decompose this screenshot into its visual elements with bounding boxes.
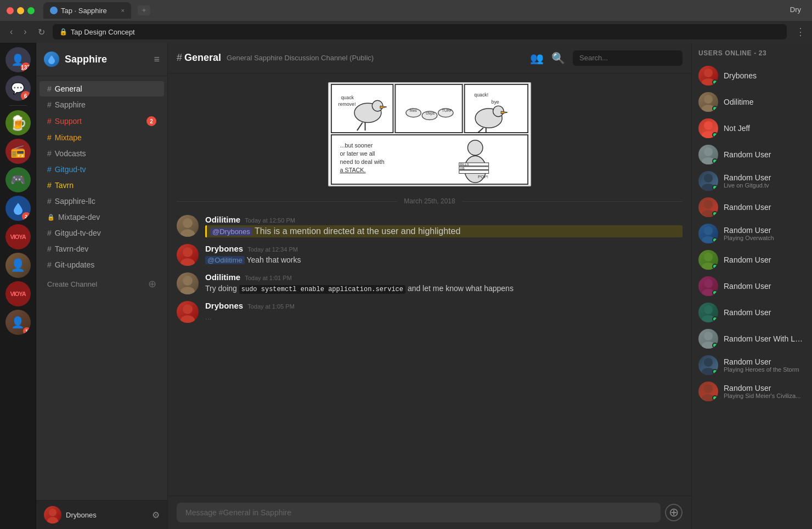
- channel-item-git-updates[interactable]: # Git-updates: [40, 257, 164, 272]
- url-bar[interactable]: 🔒 Tap Design Concept: [53, 24, 787, 39]
- user-name: Random User: [724, 255, 805, 264]
- hash-icon: #: [47, 244, 52, 253]
- user-name: Random User: [724, 173, 805, 182]
- members-icon[interactable]: 👥: [530, 52, 544, 65]
- user-item[interactable]: Random User: [692, 247, 812, 273]
- online-dot: [712, 316, 718, 322]
- message-header: Odilitime Today at 12:50 PM: [205, 215, 683, 224]
- user-item[interactable]: Random User Playing Overwatch: [692, 220, 812, 247]
- chat-header: # General General Sapphire Discussion Ch…: [168, 43, 691, 73]
- minimize-button[interactable]: [17, 7, 24, 14]
- user-item[interactable]: Drybones: [692, 62, 812, 89]
- sidebar-title: Sapphire: [65, 54, 107, 65]
- svg-text:bye: bye: [492, 99, 499, 105]
- channel-sidebar: Sapphire ≡ # General # Sapphire # Suppor…: [36, 43, 168, 529]
- message-text: ...: [205, 311, 683, 323]
- user-avatar: [698, 197, 718, 217]
- user-item[interactable]: Random User Playing Heroes of the Storm: [692, 352, 812, 378]
- user-item[interactable]: Random User: [692, 299, 812, 326]
- channel-list: # General # Sapphire # Support 2 # Mixta…: [36, 76, 167, 500]
- user-avatar: [698, 92, 718, 112]
- reload-button[interactable]: ↻: [35, 26, 48, 38]
- user-item[interactable]: Random User With Lo...: [692, 326, 812, 352]
- user-item[interactable]: Random User: [692, 194, 812, 220]
- svg-text:or later we all: or later we all: [340, 150, 375, 157]
- message-text: @Odilitime Yeah that works: [205, 254, 683, 266]
- channel-name: Git-updates: [55, 260, 94, 269]
- tab-close-button[interactable]: ×: [121, 7, 125, 14]
- create-channel-button[interactable]: Create Channel ⊕: [40, 274, 164, 294]
- new-tab-button[interactable]: +: [138, 5, 150, 15]
- chat-input[interactable]: [177, 503, 661, 522]
- user-item[interactable]: Random User Live on Gitgud.tv: [692, 168, 812, 194]
- forward-button[interactable]: ›: [20, 26, 30, 38]
- channel-item-sapphire[interactable]: # Sapphire: [40, 97, 164, 112]
- hash-icon: #: [47, 197, 52, 206]
- server-icon-person[interactable]: 👤: [5, 253, 31, 278]
- channel-item-support[interactable]: # Support 2: [40, 113, 164, 129]
- server-icon-game[interactable]: 🎮: [5, 167, 31, 192]
- user-item[interactable]: Odilitime: [692, 89, 812, 115]
- user-item[interactable]: Random User: [692, 273, 812, 299]
- hash-icon: #: [47, 117, 52, 126]
- user-item[interactable]: Random User: [692, 141, 812, 168]
- channel-item-sapphire-llc[interactable]: # Sapphire-llc: [40, 194, 164, 209]
- user-info: Random User: [724, 203, 805, 212]
- svg-point-45: [704, 69, 713, 77]
- message-username: Drybones: [205, 301, 243, 310]
- svg-text:BILLS: BILLS: [460, 163, 469, 166]
- user-avatar: [698, 224, 718, 243]
- server-icon-user[interactable]: 👤 137: [5, 47, 31, 72]
- svg-point-57: [704, 226, 713, 235]
- user-item[interactable]: Not Jeff: [692, 115, 812, 141]
- message-body: Yeah that works: [246, 255, 301, 264]
- hash-icon: #: [47, 181, 52, 190]
- user-item[interactable]: Random User Playing Sid Meier's Civiliza…: [692, 378, 812, 405]
- create-channel-label: Create Channel: [47, 280, 97, 288]
- user-status: Playing Overwatch: [724, 235, 805, 241]
- channel-item-mixtape[interactable]: # Mixtape: [40, 130, 164, 145]
- user-info: Random User: [724, 255, 805, 264]
- channel-item-general[interactable]: # General: [40, 81, 164, 96]
- settings-icon[interactable]: ⚙: [152, 510, 160, 520]
- message-time: Today at 12:50 PM: [245, 217, 295, 224]
- server-icon-beer[interactable]: 🍺: [5, 110, 31, 135]
- server-icon-vioya[interactable]: VIOYA: [5, 224, 31, 249]
- channel-item-tavrn-dev[interactable]: # Tavrn-dev: [40, 241, 164, 257]
- server-icon-chat[interactable]: 💬 6: [5, 76, 31, 101]
- search-input[interactable]: [573, 50, 683, 66]
- close-button[interactable]: [7, 7, 14, 14]
- channel-item-tavrn[interactable]: # Tavrn: [40, 178, 164, 193]
- server-icon-radio[interactable]: 📻: [5, 139, 31, 164]
- svg-point-42: [181, 287, 195, 294]
- message-content: Drybones Today at 1:05 PM ...: [205, 301, 683, 323]
- add-content-button[interactable]: ⊕: [665, 504, 683, 521]
- browser-menu-button[interactable]: ⋮: [796, 26, 805, 38]
- chat-header-icons: 👥 🔍: [530, 50, 683, 66]
- channel-item-mixtape-dev[interactable]: 🔒 Mixtape-dev: [40, 209, 164, 225]
- user-info: Odilitime: [724, 98, 805, 106]
- channel-item-vodcasts[interactable]: # Vodcasts: [40, 146, 164, 161]
- browser-tab[interactable]: Tap · Sapphire ×: [43, 2, 131, 19]
- user-name: Random User: [724, 384, 805, 393]
- server-icon-person2[interactable]: 👤 1: [5, 310, 31, 335]
- server-icon-sapphire[interactable]: 2: [5, 196, 31, 221]
- search-header-icon[interactable]: 🔍: [551, 52, 565, 65]
- user-name: Random User: [724, 357, 805, 366]
- channel-item-gitgud-tv[interactable]: # Gitgud-tv: [40, 162, 164, 177]
- app-container: 👤 137 💬 6 🍺 📻 🎮 2 VIOYA 👤 VIOYA 👤: [0, 43, 812, 529]
- sidebar-menu-button[interactable]: ≡: [154, 54, 160, 65]
- back-button[interactable]: ‹: [7, 26, 16, 38]
- user-avatar: [698, 66, 718, 86]
- chat-messages: quack remove! fries chips TU: [168, 73, 691, 496]
- online-dot: [712, 79, 718, 85]
- svg-text:...but sooner: ...but sooner: [340, 142, 373, 149]
- lock-icon: 🔒: [47, 214, 55, 221]
- svg-point-61: [704, 279, 713, 288]
- message-header: Odilitime Today at 1:01 PM: [205, 272, 683, 282]
- maximize-button[interactable]: [27, 7, 35, 14]
- server-icon-vioya2[interactable]: VIOYA: [5, 281, 31, 306]
- channel-item-gitgud-tv-dev[interactable]: # Gitgud-tv-dev: [40, 225, 164, 241]
- message-row: Odilitime Today at 12:50 PM @Drybones Th…: [177, 212, 683, 241]
- user-info: Not Jeff: [724, 124, 805, 133]
